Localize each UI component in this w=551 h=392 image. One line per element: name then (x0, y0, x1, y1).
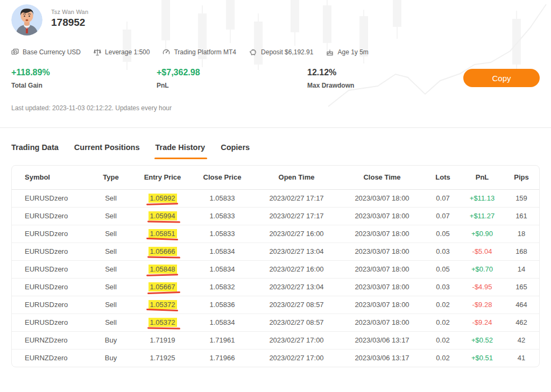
section-divider (0, 127, 551, 128)
cell-pnl: -$9.24 (461, 313, 504, 331)
cell-type: Sell (87, 278, 135, 296)
info-item-base-currency: Base Currency USD (11, 48, 81, 56)
cell-entry: 1.05667 (135, 278, 190, 296)
cell-lots: 0.07 (425, 207, 461, 225)
cell-close-time: 2023/03/06 13:17 (339, 331, 425, 349)
stat-pnl: +$7,362.98 PnL (157, 68, 307, 89)
cell-close: 1.05834 (190, 313, 254, 331)
red-underline-annotation (147, 220, 180, 223)
cell-pips: 464 (504, 296, 539, 313)
cell-pips: 168 (504, 243, 539, 260)
cell-close: 1.05834 (190, 260, 254, 278)
tab-trade-history[interactable]: Trade History (155, 143, 205, 159)
cell-type: Sell (87, 189, 135, 207)
cell-lots: 0.03 (425, 278, 461, 296)
cell-entry: 1.05666 (135, 243, 190, 260)
cell-close-time: 2023/03/07 18:00 (339, 313, 425, 331)
tab-current-positions[interactable]: Current Positions (74, 143, 140, 159)
copy-button[interactable]: Copy (463, 69, 540, 87)
col-close-price: Close Price (190, 166, 254, 189)
cell-type: Sell (87, 225, 135, 243)
avatar (11, 4, 43, 35)
cell-pnl: +$0.52 (461, 331, 504, 349)
info-label: Trading Platform MT4 (174, 48, 236, 56)
trade-history-table-card: Symbol Type Entry Price Close Price Open… (11, 165, 540, 367)
cell-pnl: -$9.28 (461, 296, 504, 313)
cell-open-time: 2023/02/27 17:17 (254, 207, 339, 225)
deposit-icon (249, 48, 257, 56)
table-row: EURUSDzeroSell1.056661.058342023/02/27 1… (12, 243, 539, 260)
cell-open-time: 2023/02/27 13:04 (254, 278, 339, 296)
table-header-row: Symbol Type Entry Price Close Price Open… (12, 166, 539, 189)
cell-type: Sell (87, 260, 135, 278)
cell-pnl: -$4.95 (461, 278, 504, 296)
stat-value: 12.12% (307, 68, 463, 77)
stat-max-drawdown: 12.12% Max Drawdown (307, 68, 463, 89)
cell-open-time: 2023/02/27 16:00 (254, 225, 339, 243)
cell-entry: 1.71919 (135, 331, 190, 349)
cell-type: Sell (87, 207, 135, 225)
cell-open-time: 2023/02/27 13:04 (254, 243, 339, 260)
entry-price-highlight: 1.05372 (149, 318, 177, 327)
cell-symbol: EURUSDzero (12, 313, 87, 331)
cell-type: Sell (87, 296, 135, 313)
cell-type: Sell (87, 313, 135, 331)
entry-price-highlight: 1.05666 (149, 247, 177, 256)
profile-identity: Tsz Wan Wan 178952 (11, 4, 540, 35)
cell-pnl: +$11.27 (461, 207, 504, 225)
red-underline-annotation (146, 203, 178, 205)
cell-pnl: -$5.04 (461, 243, 504, 260)
cell-open-time: 2023/02/27 08:57 (254, 296, 339, 313)
info-label: Leverage 1:500 (105, 48, 150, 56)
entry-price-highlight: 1.05848 (149, 265, 177, 274)
stats-row: +118.89% Total Gain +$7,362.98 PnL 12.12… (11, 68, 540, 89)
cell-close: 1.05834 (190, 243, 254, 260)
cell-pnl: +$0.70 (461, 260, 504, 278)
cell-lots: 0.02 (425, 313, 461, 331)
cell-close: 1.05833 (190, 207, 254, 225)
cell-close: 1.05832 (190, 278, 254, 296)
red-underline-annotation (147, 256, 180, 258)
name-block: Tsz Wan Wan 178952 (51, 4, 88, 28)
col-pnl: PnL (461, 166, 504, 189)
red-underline-annotation (146, 274, 178, 276)
cell-close-time: 2023/03/07 18:00 (339, 243, 425, 260)
age-icon (326, 48, 334, 56)
stat-label: PnL (157, 82, 307, 89)
cell-entry: 1.05372 (135, 313, 190, 331)
cell-lots: 0.03 (425, 243, 461, 260)
cell-open-time: 2023/02/27 16:00 (254, 260, 339, 278)
cell-pips: 161 (504, 207, 539, 225)
col-symbol: Symbol (12, 166, 87, 189)
cell-close: 1.05836 (190, 296, 254, 313)
table-row: EURUSDzeroSell1.053721.058342023/02/27 0… (12, 313, 539, 331)
table-row: EURUSDzeroSell1.059941.058332023/02/27 1… (12, 207, 539, 225)
table-row: EURUSDzeroSell1.056671.058322023/02/27 1… (12, 278, 539, 296)
col-pips: Pips (504, 166, 539, 189)
cell-symbol: EURUSDzero (12, 225, 87, 243)
table-row: EURUSDzeroSell1.058511.058332023/02/27 1… (12, 225, 539, 243)
cell-symbol: EURUSDzero (12, 207, 87, 225)
cell-close-time: 2023/03/06 13:17 (339, 349, 425, 367)
cell-close-time: 2023/03/07 18:00 (339, 296, 425, 313)
cell-open-time: 2023/02/27 17:17 (254, 189, 339, 207)
cell-type: Buy (87, 349, 135, 367)
tab-trading-data[interactable]: Trading Data (11, 143, 59, 159)
cell-pips: 165 (504, 278, 539, 296)
trader-id: 178952 (51, 17, 88, 28)
table-row: EURUSDzeroSell1.053721.058362023/02/27 0… (12, 296, 539, 313)
info-item-leverage: Leverage 1:500 (94, 48, 150, 56)
trader-name: Tsz Wan Wan (51, 9, 88, 15)
red-underline-annotation (147, 291, 180, 294)
info-item-deposit: Deposit $6,192.91 (249, 48, 313, 56)
stat-total-gain: +118.89% Total Gain (11, 68, 157, 89)
cell-symbol: EURUSDzero (12, 243, 87, 260)
tab-copiers[interactable]: Copiers (221, 143, 250, 159)
cell-pips: 42 (504, 331, 539, 349)
entry-price-highlight: 1.05372 (149, 300, 177, 309)
table-row: EURUSDzeroSell1.058481.058342023/02/27 1… (12, 260, 539, 278)
cell-symbol: EURUSDzero (12, 278, 87, 296)
cell-lots: 0.05 (425, 225, 461, 243)
red-underline-annotation (147, 327, 180, 329)
last-updated-text: Last updated: 2023-11-03 02:12:22. Updat… (11, 104, 540, 112)
